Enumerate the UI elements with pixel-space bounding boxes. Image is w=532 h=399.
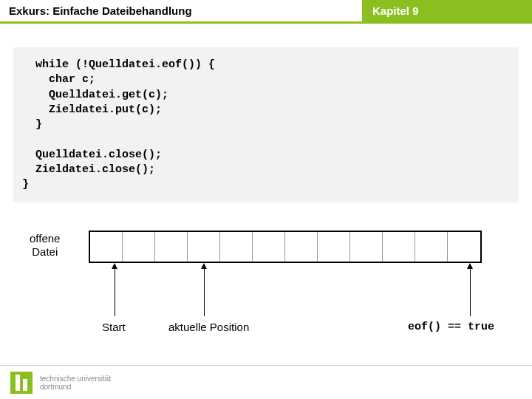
tape-cell: [285, 232, 318, 262]
tape-cell: [448, 232, 480, 262]
arrow-start: [115, 267, 115, 316]
file-pointer-diagram: offene Datei Start aktuelle Position eof…: [0, 222, 532, 355]
tu-logo-icon: [10, 372, 33, 394]
tape-cell: [188, 232, 220, 262]
label-eof: eof() == true: [408, 321, 494, 333]
slide-header: Exkurs: Einfache Dateibehandlung Kapitel…: [0, 0, 532, 24]
chapter-badge: Kapitel 9: [362, 0, 532, 24]
code-listing: while (!Quelldatei.eof()) { char c; Quel…: [13, 47, 519, 202]
label-current-position: aktuelle Position: [168, 321, 249, 333]
tape-cell: [90, 232, 123, 262]
tape-cell: [155, 232, 188, 262]
tape-cell: [350, 232, 383, 262]
uni-line1: technische universität: [40, 375, 111, 383]
arrow-eof: [470, 267, 471, 316]
uni-line2: dortmund: [40, 383, 71, 391]
tape-cell: [253, 232, 285, 262]
arrow-current: [204, 267, 205, 316]
file-label-line1: offene: [30, 232, 60, 245]
tape-cell: [318, 232, 350, 262]
label-start: Start: [102, 321, 126, 333]
tape-cell: [383, 232, 415, 262]
file-label-line2: Datei: [32, 245, 58, 258]
file-tape: [89, 231, 482, 263]
university-name: technische universität dortmund: [40, 375, 111, 391]
open-file-label: offene Datei: [30, 232, 60, 259]
tape-cell: [123, 232, 155, 262]
tape-cell: [415, 232, 448, 262]
slide-footer: technische universität dortmund: [0, 365, 532, 399]
slide-title: Exkurs: Einfache Dateibehandlung: [0, 0, 362, 24]
tape-cell: [220, 232, 253, 262]
